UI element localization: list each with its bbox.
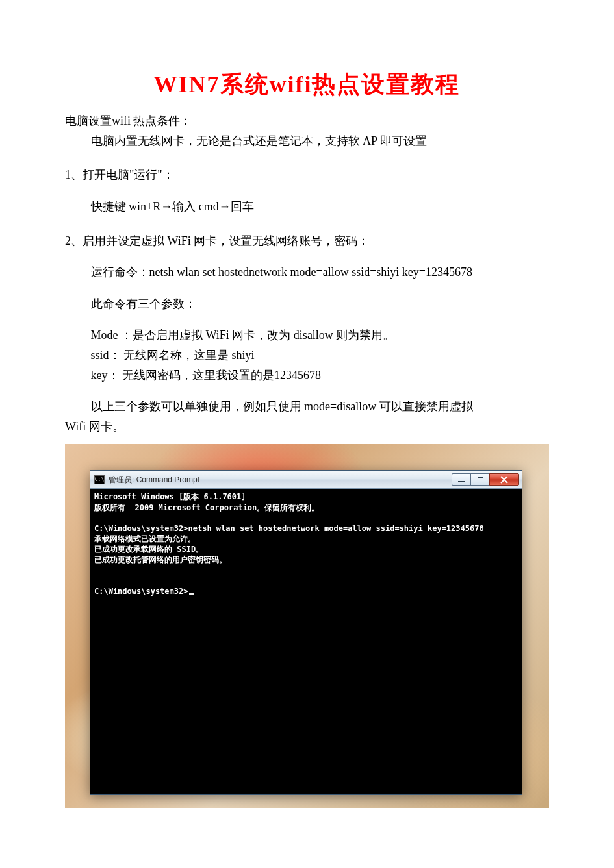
close-button[interactable] <box>489 473 519 486</box>
step2-command: 运行命令：netsh wlan set hostednetwork mode=a… <box>65 262 549 282</box>
conditions-body: 电脑内置无线网卡，无论是台式还是笔记本，支持软 AP 即可设置 <box>65 131 549 151</box>
cmd-icon: C:\ <box>94 475 105 484</box>
param-mode: Mode ：是否启用虚拟 WiFi 网卡，改为 disallow 则为禁用。 <box>65 325 549 345</box>
param-ssid: ssid： 无线网名称，这里是 shiyi <box>65 345 549 366</box>
param-key: key： 无线网密码，这里我设置的是12345678 <box>65 366 549 386</box>
cmd-title: 管理员: Command Prompt <box>109 473 452 486</box>
conditions-header: 电脑设置wifi 热点条件： <box>65 111 549 131</box>
minimize-button[interactable] <box>452 473 471 486</box>
cmd-output[interactable]: Microsoft Windows [版本 6.1.7601] 版权所有 200… <box>90 489 522 794</box>
cmd-screenshot: C:\ 管理员: Command Prompt Microsoft Window… <box>65 444 549 808</box>
step1-body: 快捷键 win+R→输入 cmd→回车 <box>65 197 549 217</box>
note-line1: 以上三个参数可以单独使用，例如只使用 mode=disallow 可以直接禁用虚… <box>65 397 549 417</box>
params-intro: 此命令有三个参数： <box>65 294 549 314</box>
page-title: WIN7系统wifi热点设置教程 <box>65 65 549 105</box>
step1-header: 1、打开电脑"运行"： <box>65 165 549 185</box>
maximize-button[interactable] <box>470 473 490 486</box>
note-line2: Wifi 网卡。 <box>65 417 549 437</box>
cmd-window: C:\ 管理员: Command Prompt Microsoft Window… <box>90 470 522 795</box>
cmd-titlebar: C:\ 管理员: Command Prompt <box>90 471 522 489</box>
step2-header: 2、启用并设定虚拟 WiFi 网卡，设置无线网络账号，密码： <box>65 231 549 251</box>
